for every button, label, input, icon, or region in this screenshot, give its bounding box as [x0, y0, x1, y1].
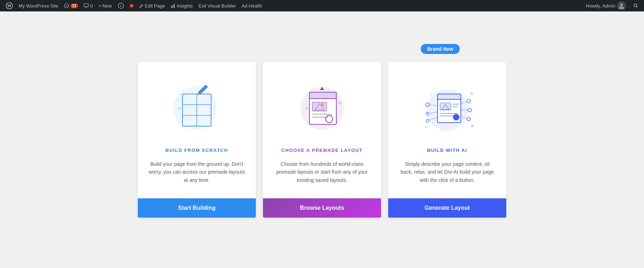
site-name-item[interactable]: My WordPress Site [16, 0, 61, 11]
exit-builder-label: Exit Visual Builder [199, 3, 236, 9]
ai-title: BUILD WITH AI [427, 148, 467, 153]
svg-rect-37 [438, 94, 461, 99]
svg-text:▶: ▶ [178, 105, 182, 111]
card-ai: + + BUILD WITH AI Simply describe your p… [388, 62, 506, 218]
svg-rect-42 [440, 113, 458, 114]
card-premade: CHOOSE A PREMADE LAYOUT Choose from hund… [263, 62, 381, 218]
svg-text:•: • [212, 95, 213, 98]
premade-desc: Choose from hundreds of world-class prem… [274, 160, 370, 184]
svg-rect-40 [453, 104, 459, 105]
card-scratch: ▶ + • + • BUILD FROM SCRATCH Build your … [138, 62, 256, 218]
scratch-title: BUILD FROM SCRATCH [166, 148, 228, 153]
svg-point-32 [305, 107, 308, 110]
svg-text:•: • [200, 91, 201, 95]
ad-health-label: Ad Health [241, 3, 262, 9]
svg-rect-25 [309, 92, 336, 99]
svg-text:+: + [470, 90, 473, 96]
card-scratch-body: ▶ + • + • BUILD FROM SCRATCH Build your … [138, 62, 256, 198]
premade-illustration [286, 73, 358, 137]
site-name-label: My WordPress Site [19, 3, 58, 9]
divi-item[interactable]: D [115, 0, 127, 11]
admin-bar: W My WordPress Site 17 0 + New D Edit Pa… [0, 0, 644, 11]
user-greeting-item[interactable]: Howdy, Admin [583, 0, 629, 11]
ad-health-item[interactable]: Ad Health [239, 0, 265, 11]
user-greeting-label: Howdy, Admin [586, 3, 615, 9]
svg-rect-43 [440, 115, 454, 116]
record-dot-icon [130, 4, 133, 8]
cards-wrapper: Brand New [125, 62, 519, 218]
svg-text:D: D [120, 5, 122, 7]
svg-rect-29 [312, 114, 332, 115]
start-building-button[interactable]: Start Building [138, 198, 256, 218]
svg-point-51 [467, 99, 470, 103]
card-premade-body: CHOOSE A PREMADE LAYOUT Choose from hund… [263, 62, 381, 198]
insights-item[interactable]: Insights [168, 0, 196, 11]
new-item[interactable]: + New [96, 0, 114, 11]
new-label: + New [98, 3, 112, 9]
record-item[interactable] [127, 0, 136, 11]
svg-point-10 [634, 4, 637, 7]
browse-layouts-button[interactable]: Browse Layouts [263, 198, 381, 218]
svg-text:+: + [215, 112, 217, 116]
svg-rect-41 [453, 106, 458, 107]
wp-logo-item[interactable]: W [3, 0, 16, 11]
premade-title: CHOOSE A PREMADE LAYOUT [281, 148, 362, 153]
scratch-desc: Build your page from the ground up. Don'… [148, 160, 245, 184]
ai-illustration: + + [411, 73, 483, 137]
svg-point-33 [338, 101, 342, 105]
comments-count: 0 [90, 3, 93, 9]
insights-label: Insights [177, 3, 193, 9]
scratch-illustration: ▶ + • + • [161, 73, 233, 137]
comments-item[interactable]: 0 [81, 0, 96, 11]
svg-point-53 [468, 108, 472, 112]
svg-point-59 [471, 125, 473, 127]
svg-point-55 [467, 117, 470, 121]
updates-count: 17 [70, 4, 78, 8]
ai-desc: Simply describe your page content, sit b… [399, 160, 496, 184]
svg-point-44 [453, 114, 459, 120]
svg-text:+: + [176, 98, 179, 102]
generate-layout-button[interactable]: Generate Layout [388, 198, 506, 218]
brand-new-badge: Brand New [421, 44, 460, 54]
svg-rect-6 [172, 5, 173, 8]
svg-rect-7 [174, 4, 175, 8]
svg-point-9 [620, 3, 623, 6]
svg-point-28 [321, 103, 324, 106]
svg-text:+: + [430, 93, 433, 96]
main-content: Brand New [0, 11, 644, 268]
updates-item[interactable]: 17 [61, 0, 81, 11]
svg-text:W: W [8, 4, 11, 8]
svg-point-2 [64, 4, 69, 8]
svg-point-49 [426, 119, 429, 122]
edit-page-item[interactable]: Edit Page [136, 0, 168, 11]
edit-page-label: Edit Page [145, 3, 165, 9]
admin-bar-right: Howdy, Admin [583, 0, 641, 11]
svg-point-60 [425, 126, 426, 128]
card-ai-body: + + BUILD WITH AI Simply describe your p… [388, 62, 506, 198]
search-item[interactable] [630, 0, 641, 11]
exit-builder-item[interactable]: Exit Visual Builder [196, 0, 239, 11]
svg-rect-5 [171, 6, 172, 8]
svg-rect-3 [84, 4, 88, 7]
